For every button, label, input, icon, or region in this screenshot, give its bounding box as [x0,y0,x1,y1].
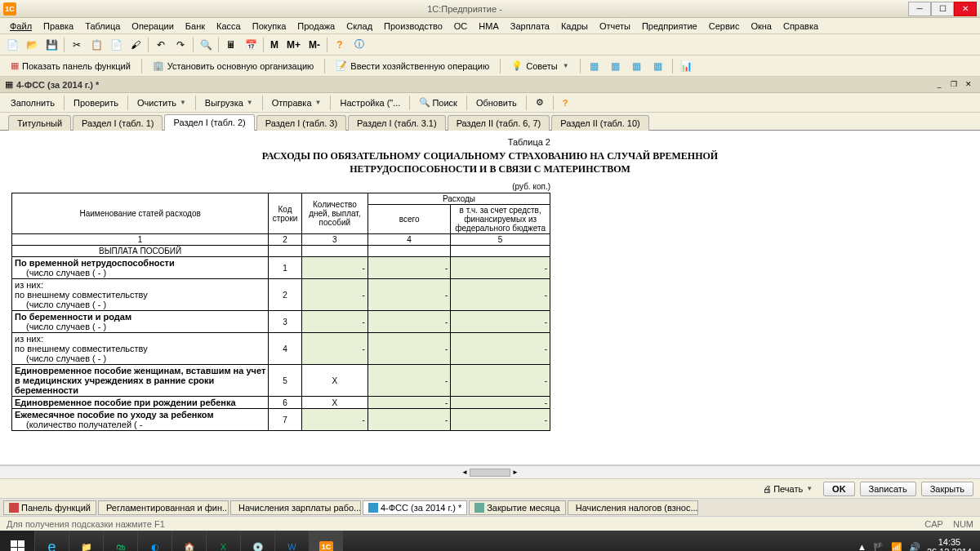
btab-taxes[interactable]: Начисления налогов (взнос... [568,500,698,515]
menu-staff[interactable]: Кадры [556,20,593,33]
open-icon[interactable]: 📂 [23,36,41,54]
start-button[interactable] [0,531,34,551]
menu-windows[interactable]: Окна [746,20,777,33]
show-panel-button[interactable]: ▦Показать панель функций [5,58,136,73]
close-button[interactable]: ✕ [954,2,977,16]
tray-up-icon[interactable]: ▲ [858,542,866,551]
set-org-button[interactable]: 🏢Установить основную организацию [147,58,320,73]
check-button[interactable]: Проверить [68,96,124,110]
menu-os[interactable]: ОС [449,20,473,33]
input-total-6[interactable]: - [368,397,450,409]
maximize-button[interactable]: ☐ [931,2,954,16]
menu-service[interactable]: Сервис [704,20,745,33]
menu-enterprise[interactable]: Предприятие [637,20,702,33]
task-app1[interactable]: 🏠 [172,531,206,551]
tab-title[interactable]: Титульный [8,115,71,131]
input-days-7[interactable]: - [301,409,368,431]
tray-flag-icon[interactable]: 🏴 [873,542,884,552]
grid3-icon[interactable]: ▦ [628,57,646,75]
input-fed-1[interactable]: - [451,257,550,279]
input-total-1[interactable]: - [368,257,450,279]
input-fed-7[interactable]: - [451,409,550,431]
tab-section1-t31[interactable]: Раздел I (табл. 3.1) [348,115,446,131]
input-days-3[interactable]: - [301,311,368,333]
calendar-icon[interactable]: 📅 [242,36,260,54]
new-icon[interactable]: 📄 [3,36,21,54]
save-icon[interactable]: 💾 [42,36,60,54]
task-excel[interactable]: X [206,531,240,551]
grid1-icon[interactable]: ▦ [586,57,604,75]
input-fed-5[interactable]: - [451,365,550,397]
tab-section1-t1[interactable]: Раздел I (табл. 1) [73,115,163,131]
system-tray[interactable]: ▲ 🏴 📶 🔊 14:35 26.12.2014 [849,537,980,551]
btab-salary[interactable]: Начисления зарплаты рабо... [230,500,361,515]
btab-close-month[interactable]: Закрытие месяца [469,500,566,515]
menu-production[interactable]: Производство [379,20,448,33]
help-icon2[interactable]: ? [557,96,574,110]
splitter-bar[interactable]: ◄► [0,465,980,478]
menu-sale[interactable]: Продажа [292,20,340,33]
btab-reg[interactable]: Регламентированная и фин... [98,500,229,515]
help-icon[interactable]: ? [331,36,349,54]
send-button[interactable]: Отправка▼ [266,96,327,110]
menu-edit[interactable]: Правка [38,20,78,33]
search-button[interactable]: 🔍Поиск [413,95,462,110]
doc-restore-button[interactable]: ❐ [947,79,960,91]
close-button[interactable]: Закрыть [921,482,973,496]
info-icon[interactable]: ⓘ [350,36,368,54]
menu-nma[interactable]: НМА [474,20,503,33]
grid2-icon[interactable]: ▦ [607,57,625,75]
input-days-1[interactable]: - [301,257,368,279]
input-total-5[interactable]: - [368,365,450,397]
input-fed-3[interactable]: - [451,311,550,333]
input-fed-4[interactable]: - [451,333,550,365]
settings-icon[interactable]: ⚙ [530,95,550,110]
menu-stock[interactable]: Склад [341,20,377,33]
tray-network-icon[interactable]: 📶 [891,542,902,552]
menu-salary[interactable]: Зарплата [506,20,555,33]
input-total-7[interactable]: - [368,409,450,431]
find-icon[interactable]: 🔍 [197,36,215,54]
chart-icon[interactable]: 📊 [678,57,696,75]
menu-bank[interactable]: Банк [180,20,210,33]
menu-help[interactable]: Справка [778,20,823,33]
export-button[interactable]: Выгрузка▼ [199,96,259,110]
redo-icon[interactable]: ↷ [172,36,189,54]
tab-section2-t67[interactable]: Раздел II (табл. 6, 7) [448,115,550,131]
tray-sound-icon[interactable]: 🔊 [909,542,920,552]
m-button[interactable]: M [267,36,282,54]
brush-icon[interactable]: 🖌 [127,36,145,54]
cut-icon[interactable]: ✂ [68,36,86,54]
input-days-4[interactable]: - [301,333,368,365]
grid4-icon[interactable]: ▦ [649,57,667,75]
tab-section1-t3[interactable]: Раздел I (табл. 3) [256,115,346,131]
tab-section1-t2[interactable]: Раздел I (табл. 2) [164,114,254,131]
input-fed-6[interactable]: - [451,397,550,409]
setup-button[interactable]: Настройка ("... [334,96,406,110]
task-word[interactable]: W [274,531,309,551]
clear-button[interactable]: Очистить▼ [131,96,192,110]
menu-operations[interactable]: Операции [127,20,178,33]
doc-close-button[interactable]: ✕ [962,79,975,91]
m-plus-button[interactable]: M+ [283,36,304,54]
task-explorer[interactable]: 📁 [69,531,103,551]
task-teamviewer[interactable]: ◐ [137,531,172,551]
menu-file[interactable]: Файл [5,20,37,33]
minimize-button[interactable]: ─ [908,2,931,16]
input-days-2[interactable]: - [301,279,368,311]
btab-4fss[interactable]: 4-ФСС (за 2014 г.) * [363,500,467,515]
save-button[interactable]: Записать [860,482,916,496]
menu-cash[interactable]: Касса [212,20,246,33]
input-total-4[interactable]: - [368,333,450,365]
calc-icon[interactable]: 🖩 [222,36,240,54]
input-total-2[interactable]: - [368,279,450,311]
refresh-button[interactable]: Обновить [470,96,523,110]
m-minus-button[interactable]: M- [305,36,323,54]
tips-button[interactable]: 💡Советы▼ [506,58,574,73]
paste-icon[interactable]: 📄 [107,36,125,54]
menu-table[interactable]: Таблица [80,20,125,33]
task-ie[interactable]: e [34,531,69,551]
btab-panel[interactable]: Панель функций [3,500,96,515]
enter-operation-button[interactable]: 📝Ввести хозяйственную операцию [330,58,495,73]
task-store[interactable]: 🛍 [103,531,137,551]
